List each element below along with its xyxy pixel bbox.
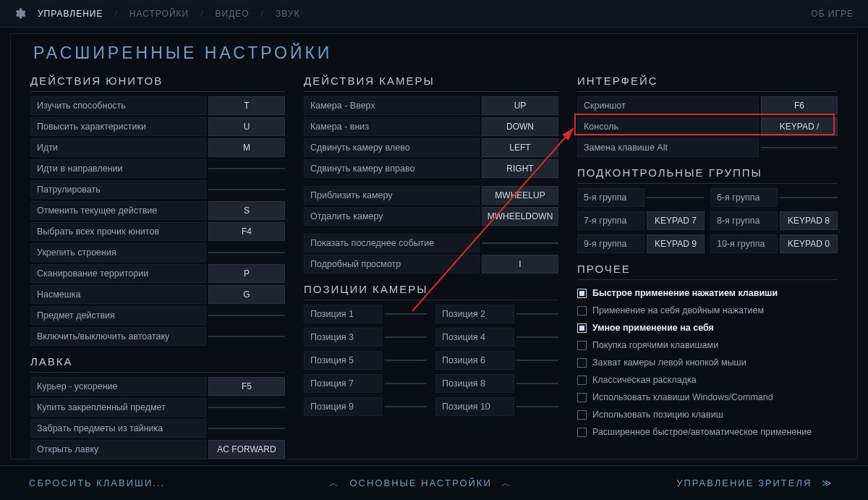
- checkbox-row[interactable]: Расширенное быстрое/автоматическое приме…: [577, 423, 838, 441]
- keybind-slot[interactable]: [385, 383, 427, 384]
- basic-settings-button[interactable]: ОСНОВНЫЕ НАСТРОЙКИ: [350, 478, 492, 488]
- gear-icon[interactable]: [13, 7, 26, 20]
- keybind-label: Позиция 8: [435, 374, 514, 393]
- keybind-label: Позиция 3: [304, 328, 383, 347]
- checkbox-icon: [577, 358, 587, 368]
- tab-0[interactable]: УПРАВЛЕНИЕ: [36, 9, 105, 19]
- keybind-slot[interactable]: [385, 406, 427, 407]
- keybind-label: Забрать предметы из тайника: [30, 419, 206, 438]
- checkbox-label: Использовать клавиши Windows/Command: [592, 392, 773, 402]
- keybind-slot[interactable]: [516, 336, 558, 338]
- keybind-slot[interactable]: M: [208, 138, 285, 157]
- keybind-slot[interactable]: F4: [208, 222, 285, 241]
- keybind-slot[interactable]: [385, 360, 427, 361]
- keybind-row: Камера - ВверхUP: [304, 96, 558, 115]
- keybind-slot[interactable]: P: [208, 264, 285, 283]
- keybind-slot[interactable]: [516, 383, 558, 384]
- keybind-slot[interactable]: G: [208, 285, 285, 304]
- keybind-row: Позиция 3: [304, 328, 427, 347]
- keybind-slot[interactable]: [516, 360, 558, 361]
- checkbox-row[interactable]: Классическая раскладка: [577, 371, 838, 389]
- keybind-label: Сдвинуть камеру вправо: [304, 159, 480, 178]
- keybind-slot[interactable]: LEFT: [482, 138, 558, 157]
- keybind-row: Забрать предметы из тайника: [30, 419, 285, 438]
- keybind-slot[interactable]: [208, 336, 285, 337]
- keybind-slot[interactable]: [385, 336, 427, 338]
- keybind-slot[interactable]: MWHEELUP: [482, 186, 558, 205]
- keybind-slot[interactable]: F6: [761, 96, 838, 115]
- keybind-slot[interactable]: RIGHT: [482, 159, 558, 178]
- keybind-label: 8-я группа: [710, 211, 778, 230]
- keybind-label: Насмешка: [30, 285, 206, 304]
- checkbox-label: Классическая раскладка: [592, 375, 697, 385]
- highlight-box: [574, 114, 835, 135]
- keybind-slot[interactable]: [647, 197, 705, 198]
- keybind-label: Камера - Вверх: [304, 96, 480, 115]
- keybind-label: 7-я группа: [577, 211, 644, 230]
- checkbox-row[interactable]: Применение на себя двойным нажатием: [577, 302, 838, 319]
- keybind-slot[interactable]: KEYPAD 7: [647, 211, 705, 230]
- keybind-slot[interactable]: UP: [482, 96, 558, 115]
- checkbox-row[interactable]: Захват камеры левой кнопкой мыши: [577, 354, 838, 371]
- keybind-row: Камера - внизDOWN: [304, 117, 558, 136]
- checkbox-row[interactable]: Использовать позицию клавиш: [577, 406, 838, 423]
- keybind-slot[interactable]: [482, 242, 558, 244]
- keybind-label: Позиция 4: [435, 328, 514, 347]
- keybind-slot[interactable]: [208, 428, 285, 429]
- keybind-label: Укрепить строения: [30, 243, 206, 262]
- tab-3[interactable]: ЗВУК: [274, 9, 301, 19]
- keybind-label: Патрулировать: [30, 180, 206, 199]
- checkbox-row[interactable]: Быстрое применение нажатием клавиши: [577, 284, 838, 302]
- keybind-slot[interactable]: DOWN: [482, 117, 558, 136]
- keybind-row: Отменить текущее действиеS: [30, 201, 285, 220]
- keybind-label: Позиция 6: [435, 351, 514, 370]
- tab-about[interactable]: ОБ ИГРЕ: [809, 9, 855, 19]
- keybind-row: 8-я группаKEYPAD 8: [710, 211, 838, 230]
- keybind-slot[interactable]: [516, 313, 558, 315]
- keybind-row: 6-я группа: [710, 188, 838, 207]
- keybind-label: Предмет действия: [30, 306, 206, 325]
- keybind-slot[interactable]: F5: [208, 377, 285, 396]
- keybind-label: 5-я группа: [577, 188, 644, 207]
- keybind-slot[interactable]: T: [208, 96, 285, 115]
- keybind-slot[interactable]: [208, 315, 285, 316]
- section-camera-actions: ДЕЙСТВИЯ КАМЕРЫ: [304, 67, 558, 92]
- keybind-label: 9-я группа: [577, 234, 644, 253]
- keybind-slot[interactable]: MWHEELDOWN: [482, 207, 558, 226]
- keybind-slot[interactable]: [516, 406, 558, 407]
- keybind-slot[interactable]: [208, 252, 285, 253]
- keybind-row: ИдтиM: [30, 138, 285, 157]
- keybind-row: Сдвинуть камеру влевоLEFT: [304, 138, 558, 157]
- keybind-slot[interactable]: KEYPAD 9: [647, 234, 705, 253]
- checkbox-row[interactable]: Использовать клавиши Windows/Command: [577, 389, 838, 406]
- checkbox-icon: [577, 428, 587, 437]
- keybind-label: Приблизить камеру: [304, 186, 480, 205]
- keybind-slot[interactable]: [761, 147, 838, 148]
- keybind-slot[interactable]: [208, 168, 285, 169]
- keybind-slot[interactable]: I: [482, 255, 558, 274]
- keybind-label: Выбрать всех прочих юнитов: [30, 222, 206, 241]
- checkbox-row[interactable]: Покупка горячими клавишами: [577, 336, 838, 354]
- keybind-slot[interactable]: [208, 189, 285, 190]
- keybind-label: Замена клавише Alt: [577, 138, 759, 157]
- keybind-slot[interactable]: [385, 313, 427, 315]
- keybind-slot[interactable]: [780, 197, 838, 198]
- chevron-up-icon: ︿: [501, 478, 512, 488]
- section-camera-positions: ПОЗИЦИИ КАМЕРЫ: [304, 276, 558, 300]
- keybind-label: Сканирование территории: [30, 264, 206, 283]
- keybind-label: Показать последнее событие: [304, 234, 480, 253]
- keybind-slot[interactable]: S: [208, 201, 285, 220]
- keybind-row: Сканирование территорииP: [30, 264, 285, 283]
- keybind-slot[interactable]: U: [208, 117, 285, 136]
- tab-1[interactable]: НАСТРОЙКИ: [128, 9, 190, 19]
- keybind-slot[interactable]: [208, 407, 285, 408]
- reset-keys-button[interactable]: CБРОСИТЬ КЛАВИШИ...: [29, 478, 165, 488]
- keybind-slot[interactable]: KEYPAD 8: [780, 211, 838, 230]
- checkbox-label: Умное применение на себя: [592, 323, 714, 333]
- spectator-controls-button[interactable]: УПРАВЛЕНИЕ ЗРИТЕЛЯ: [676, 478, 812, 488]
- tab-2[interactable]: ВИДЕО: [214, 9, 251, 19]
- keybind-row: Предмет действия: [30, 306, 285, 325]
- keybind-slot[interactable]: KEYPAD 0: [780, 234, 838, 253]
- keybind-slot[interactable]: AC FORWARD: [208, 440, 285, 459]
- checkbox-row[interactable]: Умное применение на себя: [577, 319, 838, 336]
